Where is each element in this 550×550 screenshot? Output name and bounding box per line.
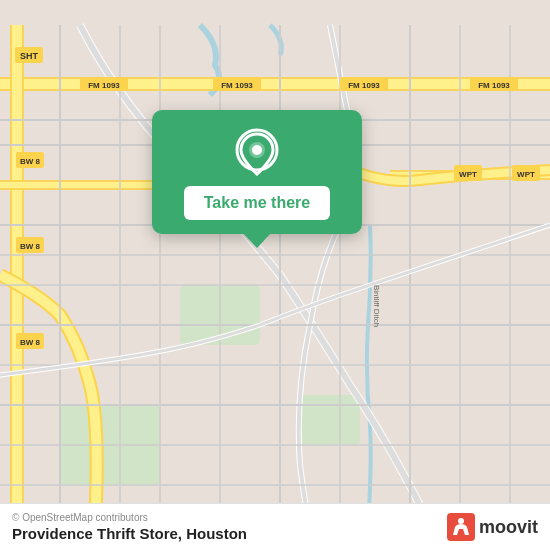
map-attribution: © OpenStreetMap contributors [12, 512, 247, 523]
svg-text:Bintliff Ditch: Bintliff Ditch [372, 285, 381, 327]
svg-text:WPT: WPT [459, 170, 477, 179]
svg-text:BW 8: BW 8 [20, 338, 41, 347]
svg-text:FM 1093: FM 1093 [221, 81, 253, 90]
location-info: © OpenStreetMap contributors Providence … [12, 512, 247, 542]
svg-rect-3 [300, 395, 360, 445]
pin-icon [233, 128, 281, 176]
location-popup: Take me there [152, 110, 362, 234]
svg-text:FM 1093: FM 1093 [348, 81, 380, 90]
location-name: Providence Thrift Store, Houston [12, 525, 247, 542]
svg-point-60 [458, 518, 464, 524]
svg-text:FM 1093: FM 1093 [88, 81, 120, 90]
moovit-logo: moovit [447, 513, 538, 541]
bottom-bar: © OpenStreetMap contributors Providence … [0, 503, 550, 550]
svg-text:BW 8: BW 8 [20, 157, 41, 166]
map-background: SHT FM 1093 FM 1093 FM 1093 FM 1093 BW 8… [0, 0, 550, 550]
svg-text:WPT: WPT [517, 170, 535, 179]
moovit-brand-icon [447, 513, 475, 541]
svg-text:BW 8: BW 8 [20, 242, 41, 251]
svg-text:FM 1093: FM 1093 [478, 81, 510, 90]
map-container: SHT FM 1093 FM 1093 FM 1093 FM 1093 BW 8… [0, 0, 550, 550]
svg-text:SHT: SHT [20, 51, 39, 61]
svg-point-58 [252, 145, 262, 155]
take-me-there-button[interactable]: Take me there [184, 186, 330, 220]
moovit-brand-text: moovit [479, 517, 538, 538]
